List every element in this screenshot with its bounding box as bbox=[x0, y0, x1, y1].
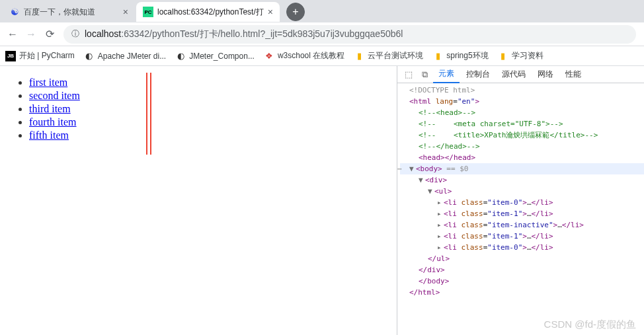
bookmark-item[interactable]: ▮学习资料 bbox=[498, 50, 543, 61]
item-link[interactable]: fifth item bbox=[29, 130, 69, 141]
dom-node[interactable]: </body> bbox=[400, 276, 644, 287]
device-toggle-icon[interactable]: ⧉ bbox=[417, 69, 432, 80]
list-item: fourth item bbox=[29, 116, 378, 128]
dom-node[interactable]: ▼<ul> bbox=[400, 186, 644, 197]
browser-tab[interactable]: ☯ 百度一下，你就知道 × bbox=[3, 2, 135, 22]
dom-node[interactable]: <head></head> bbox=[400, 152, 644, 163]
list-item: fifth item bbox=[29, 130, 378, 141]
bookmark-label: 学习资料 bbox=[512, 50, 543, 61]
url-text: localhost:63342/pythonTest/打卡/hello.html… bbox=[85, 28, 403, 40]
bookmark-label: 云平台测试环境 bbox=[368, 50, 423, 61]
item-link[interactable]: third item bbox=[29, 103, 71, 114]
bookmark-label: spring5环境 bbox=[446, 50, 488, 61]
back-button[interactable]: ← bbox=[5, 27, 20, 42]
content-area: first item second item third item fourth… bbox=[0, 66, 644, 335]
bookmark-item[interactable]: ▮spring5环境 bbox=[432, 50, 488, 61]
text-cursor-highlight bbox=[146, 73, 151, 155]
dom-node-selected[interactable]: ⋯▼<body> == $0 bbox=[400, 163, 644, 174]
item-list: first item second item third item fourth… bbox=[19, 77, 378, 141]
dom-node[interactable]: </ul> bbox=[400, 253, 644, 264]
bookmark-label: 开始 | PyCharm bbox=[19, 50, 75, 61]
bookmark-label: Apache JMeter di... bbox=[98, 52, 166, 61]
dom-node[interactable]: ▸<li class="item-1">…</li> bbox=[400, 208, 644, 219]
dom-node[interactable]: </html> bbox=[400, 287, 644, 298]
dom-node[interactable]: ▸<li class="item-1">…</li> bbox=[400, 231, 644, 242]
bookmark-label: JMeter_Compon... bbox=[189, 52, 255, 61]
w3school-icon: ❖ bbox=[264, 51, 274, 61]
jb-icon: JB bbox=[5, 51, 16, 61]
close-icon[interactable]: × bbox=[123, 7, 128, 17]
bookmark-item[interactable]: ◐Apache JMeter di... bbox=[84, 51, 166, 61]
dom-node[interactable]: ▸<li class="item-0">…</li> bbox=[400, 197, 644, 208]
new-tab-button[interactable]: + bbox=[286, 3, 305, 21]
bookmark-item[interactable]: ▮云平台测试环境 bbox=[354, 50, 423, 61]
tab-elements[interactable]: 元素 bbox=[433, 65, 460, 83]
item-link[interactable]: first item bbox=[29, 77, 67, 88]
dom-comment: <!--</head>--> bbox=[400, 141, 644, 152]
tab-sources[interactable]: 源代码 bbox=[497, 66, 531, 83]
list-item: third item bbox=[29, 103, 378, 115]
globe-icon: ◐ bbox=[175, 51, 186, 61]
site-info-icon[interactable]: ⓘ bbox=[71, 28, 79, 40]
url-input[interactable]: ⓘ localhost:63342/pythonTest/打卡/hello.ht… bbox=[63, 25, 636, 44]
tab-title: 百度一下，你就知道 bbox=[24, 7, 119, 18]
bookmark-item[interactable]: JB开始 | PyCharm bbox=[5, 50, 75, 61]
bookmark-item[interactable]: ❖w3school 在线教程 bbox=[264, 50, 344, 61]
dom-comment: <!-- <title>XPath瀹炴垬缁冧範</title>--> bbox=[400, 130, 644, 141]
reload-button[interactable]: ⟳ bbox=[42, 27, 57, 42]
dom-node[interactable]: ▸<li class="item-inactive">…</li> bbox=[400, 219, 644, 231]
list-item: first item bbox=[29, 77, 378, 89]
folder-icon: ▮ bbox=[354, 51, 364, 61]
item-link[interactable]: second item bbox=[29, 90, 80, 101]
devtools-tabs: ⬚ ⧉ 元素 控制台 源代码 网络 性能 bbox=[397, 66, 644, 83]
list-item: second item bbox=[29, 90, 378, 102]
bookmark-item[interactable]: ◐JMeter_Compon... bbox=[175, 51, 255, 61]
folder-icon: ▮ bbox=[498, 51, 508, 61]
dom-comment: <!--<head>--> bbox=[400, 107, 644, 118]
address-bar: ← → ⟳ ⓘ localhost:63342/pythonTest/打卡/he… bbox=[0, 22, 644, 46]
inspect-icon[interactable]: ⬚ bbox=[401, 69, 416, 79]
tab-network[interactable]: 网络 bbox=[532, 66, 559, 83]
baidu-favicon: ☯ bbox=[9, 7, 20, 17]
bookmarks-bar: JB开始 | PyCharm ◐Apache JMeter di... ◐JMe… bbox=[0, 46, 644, 66]
browser-tab[interactable]: PC localhost:63342/pythonTest/打 × bbox=[136, 2, 280, 22]
tab-strip: ☯ 百度一下，你就知道 × PC localhost:63342/pythonT… bbox=[0, 0, 644, 22]
tab-performance[interactable]: 性能 bbox=[560, 66, 586, 83]
devtools-panel: ⬚ ⧉ 元素 控制台 源代码 网络 性能 <!DOCTYPE html> <ht… bbox=[397, 66, 644, 335]
dom-node[interactable]: </div> bbox=[400, 264, 644, 276]
forward-button[interactable]: → bbox=[24, 27, 38, 42]
dom-comment: <!-- <meta charset="UTF-8">--> bbox=[400, 118, 644, 130]
pycharm-favicon: PC bbox=[143, 7, 153, 17]
tab-title: localhost:63342/pythonTest/打 bbox=[157, 7, 264, 18]
dom-node[interactable]: ▼<div> bbox=[400, 174, 644, 186]
close-icon[interactable]: × bbox=[268, 7, 273, 17]
item-link[interactable]: fourth item bbox=[29, 116, 77, 128]
bookmark-label: w3school 在线教程 bbox=[278, 50, 344, 61]
globe-icon: ◐ bbox=[84, 51, 95, 61]
watermark: CSDN @fd-度假的鱼 bbox=[544, 318, 636, 331]
dom-node[interactable]: ▸<li class="item-0">…</li> bbox=[400, 242, 644, 253]
dom-tree[interactable]: <!DOCTYPE html> <html lang="en"> <!--<he… bbox=[397, 83, 644, 299]
dom-doctype: <!DOCTYPE html> bbox=[400, 85, 644, 96]
dom-node[interactable]: <html lang="en"> bbox=[400, 96, 644, 107]
tab-console[interactable]: 控制台 bbox=[461, 66, 495, 83]
page-viewport: first item second item third item fourth… bbox=[0, 66, 397, 335]
folder-icon: ▮ bbox=[432, 51, 443, 61]
